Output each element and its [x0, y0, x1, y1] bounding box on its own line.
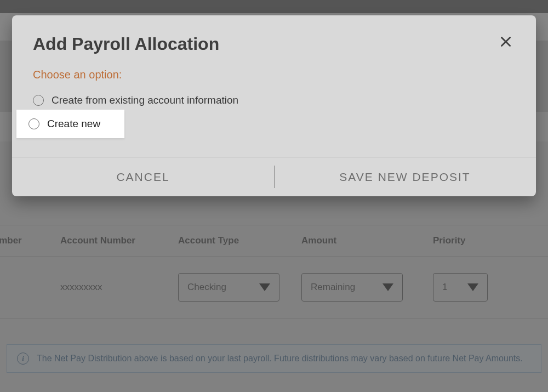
radio-icon — [28, 118, 39, 129]
option-label: Create new — [47, 118, 100, 130]
tutorial-highlight-create-new[interactable]: Create new — [16, 110, 124, 138]
modal-focus-overlay — [0, 0, 548, 392]
